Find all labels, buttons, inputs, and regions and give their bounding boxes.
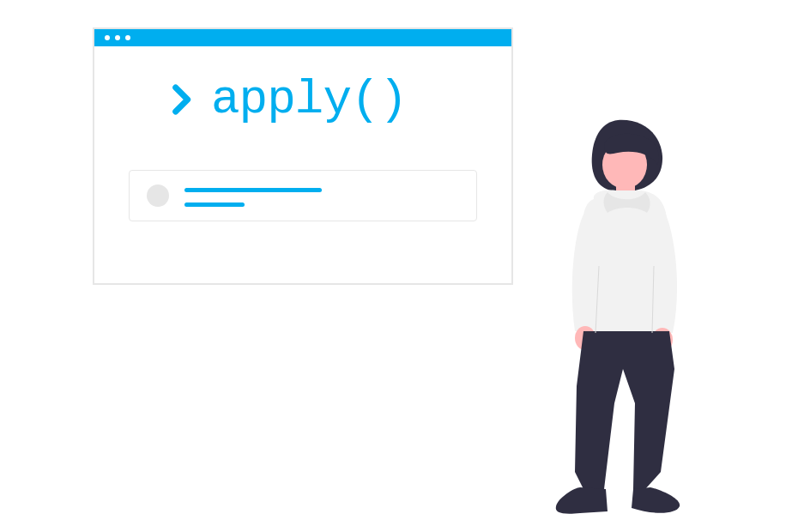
text-placeholder-lines	[184, 184, 322, 207]
window-control-dot	[115, 35, 120, 40]
person-illustration	[532, 112, 712, 523]
terminal-prompt: apply()	[172, 72, 477, 127]
placeholder-line	[184, 188, 322, 192]
window-titlebar	[94, 29, 511, 46]
browser-window: apply()	[93, 27, 513, 285]
result-card	[129, 170, 477, 221]
chevron-right-icon	[172, 83, 196, 116]
placeholder-line	[184, 203, 245, 207]
window-content: apply()	[94, 46, 511, 221]
avatar-placeholder	[147, 184, 169, 207]
window-control-dot	[105, 35, 110, 40]
prompt-text: apply()	[211, 72, 407, 127]
window-control-dot	[125, 35, 130, 40]
